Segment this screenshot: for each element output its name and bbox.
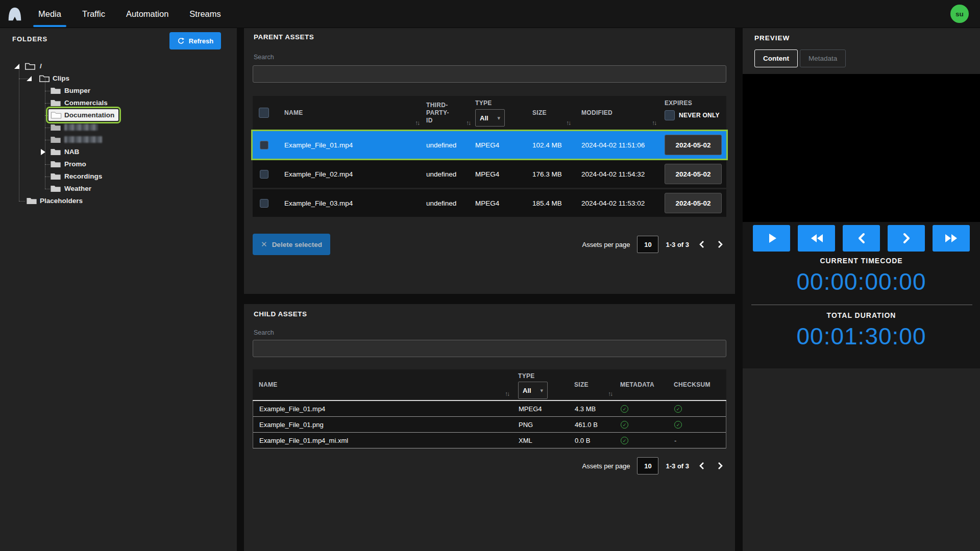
total-duration-value: 00:01:30:00	[743, 322, 980, 350]
expires-date-button[interactable]: 2024-05-02	[665, 193, 722, 213]
sort-icon-name[interactable]: ↑↓	[415, 119, 419, 127]
parent-asset-row[interactable]: Example_File_02.mp4 undefined MPEG4 176.…	[253, 160, 726, 188]
pagination-range: 1-3 of 3	[666, 462, 689, 470]
folder-icon	[51, 111, 62, 119]
fast-forward-button[interactable]	[933, 225, 970, 252]
child-asset-row[interactable]: Example_File_01.png PNG 461.0 B ✓ ✓	[253, 417, 726, 433]
tab-metadata[interactable]: Metadata	[800, 49, 846, 67]
search-label: Search	[254, 329, 274, 336]
asset-size: 0.0 B	[575, 437, 621, 444]
divider	[751, 305, 972, 305]
tab-streams-label: Streams	[189, 9, 220, 19]
step-forward-button[interactable]	[888, 225, 925, 252]
asset-modified: 2024-04-02 11:51:06	[581, 141, 661, 149]
row-checkbox[interactable]	[260, 141, 268, 149]
main-nav-tabs: Media Traffic Automation Streams	[38, 0, 242, 28]
refresh-button-label: Refresh	[189, 37, 213, 45]
preview-title: PREVIEW	[754, 34, 790, 42]
folder-item-promo[interactable]: Promo	[0, 158, 237, 170]
expires-date-button[interactable]: 2024-05-02	[665, 135, 722, 155]
folder-item-root[interactable]: /	[0, 60, 237, 72]
parent-assets-table: NAME ↑↓ THIRD-PARTY-ID ↑↓ TYPE All ▾ SIZ…	[253, 96, 726, 217]
tab-content[interactable]: Content	[754, 49, 798, 67]
child-assets-search-input[interactable]	[253, 340, 726, 357]
folder-item-placeholders[interactable]: Placeholders	[0, 195, 237, 207]
folder-item-clips[interactable]: Clips	[0, 72, 237, 85]
folder-icon	[26, 196, 37, 205]
next-page-icon[interactable]	[715, 460, 726, 471]
tab-media[interactable]: Media	[38, 0, 61, 28]
parent-asset-row[interactable]: Example_File_03.mp4 undefined MPEG4 185.…	[253, 189, 726, 217]
child-asset-row[interactable]: Example_File_01.mp4_mi.xml XML 0.0 B ✓ -	[253, 433, 726, 448]
sort-icon-size[interactable]: ↑↓	[566, 119, 570, 127]
folder-item-redacted[interactable]	[0, 134, 237, 146]
checksum-check-icon: ✓	[674, 405, 682, 413]
current-timecode-value: 00:00:00:00	[743, 268, 980, 295]
type-filter-value: All	[480, 114, 488, 122]
redacted-folder-label	[64, 124, 98, 131]
type-filter-dropdown[interactable]: All ▾	[475, 109, 505, 127]
sort-icon-third-party-id[interactable]: ↑↓	[466, 119, 470, 127]
folder-label: /	[40, 62, 42, 70]
type-filter-dropdown[interactable]: All ▾	[518, 382, 548, 399]
folder-icon	[50, 184, 61, 193]
delete-selected-label: Delete selected	[272, 241, 322, 248]
expand-toggle-icon[interactable]	[14, 64, 19, 69]
parent-asset-row[interactable]: Example_File_01.mp4 undefined MPEG4 102.…	[253, 131, 726, 159]
asset-name: Example_File_01.mp4	[275, 141, 426, 149]
child-assets-panel: CHILD ASSETS Search NAME ↑↓ TYPE All ▾ S…	[244, 304, 735, 551]
row-checkbox[interactable]	[260, 170, 268, 179]
next-page-icon[interactable]	[715, 239, 726, 250]
folder-item-recordings[interactable]: Recordings	[0, 170, 237, 183]
sort-icon-modified[interactable]: ↑↓	[652, 119, 656, 127]
preview-tabs: Content Metadata	[754, 49, 846, 67]
assets-per-page-input[interactable]	[637, 457, 658, 474]
row-checkbox[interactable]	[260, 199, 268, 208]
chevron-right-icon	[901, 232, 912, 244]
folder-label: Clips	[53, 74, 69, 82]
folder-item-documentation-selected[interactable]: Documentation	[0, 109, 237, 121]
folder-label: Promo	[64, 160, 86, 168]
rewind-button[interactable]	[798, 225, 835, 252]
folder-label: Weather	[64, 185, 91, 192]
folder-item-redacted[interactable]	[0, 121, 237, 134]
folder-item-weather[interactable]: Weather	[0, 183, 237, 195]
delete-selected-button[interactable]: ✕ Delete selected	[253, 234, 330, 255]
never-only-checkbox[interactable]	[665, 110, 675, 120]
tab-streams[interactable]: Streams	[189, 0, 220, 28]
asset-third-party-id: undefined	[426, 199, 475, 207]
chevron-left-icon	[856, 232, 867, 244]
asset-size: 4.3 MB	[575, 405, 621, 413]
expires-date-button[interactable]: 2024-05-02	[665, 164, 722, 184]
child-table-rows: Example_File_01.mp4 MPEG4 4.3 MB ✓ ✓ Exa…	[253, 401, 726, 448]
previous-page-icon[interactable]	[696, 460, 707, 471]
child-asset-row[interactable]: Example_File_01.mp4 MPEG4 4.3 MB ✓ ✓	[253, 401, 726, 417]
asset-third-party-id: undefined	[426, 170, 475, 178]
select-all-checkbox[interactable]	[259, 108, 269, 118]
folder-item-commercials[interactable]: Commercials	[0, 97, 237, 109]
play-button[interactable]	[753, 225, 790, 252]
step-backward-button[interactable]	[843, 225, 880, 252]
tab-media-label: Media	[38, 9, 61, 19]
folder-icon	[50, 135, 61, 144]
parent-assets-pagination: Assets per page 1-3 of 3	[582, 236, 726, 253]
parent-assets-search-input[interactable]	[253, 65, 726, 83]
assets-per-page-input[interactable]	[637, 236, 658, 253]
folder-icon	[50, 86, 61, 95]
asset-modified: 2024-04-02 11:54:32	[581, 170, 661, 178]
user-avatar[interactable]: su	[950, 5, 969, 23]
selected-folder-highlight[interactable]: Documentation	[48, 109, 118, 121]
video-preview-area[interactable]	[743, 74, 980, 222]
expand-toggle-icon[interactable]	[41, 149, 45, 155]
sort-icon-size[interactable]: ↑↓	[608, 390, 612, 397]
refresh-button[interactable]: Refresh	[169, 32, 221, 49]
asset-name: Example_File_02.mp4	[275, 170, 426, 178]
sort-icon-name[interactable]: ↑↓	[505, 390, 509, 397]
tab-traffic[interactable]: Traffic	[82, 0, 105, 28]
folder-item-nab[interactable]: NAB	[0, 146, 237, 158]
folder-icon	[50, 172, 61, 181]
folder-item-bumper[interactable]: Bumper	[0, 85, 237, 97]
tab-automation[interactable]: Automation	[126, 0, 168, 28]
previous-page-icon[interactable]	[696, 239, 707, 250]
expand-toggle-icon[interactable]	[27, 76, 32, 81]
